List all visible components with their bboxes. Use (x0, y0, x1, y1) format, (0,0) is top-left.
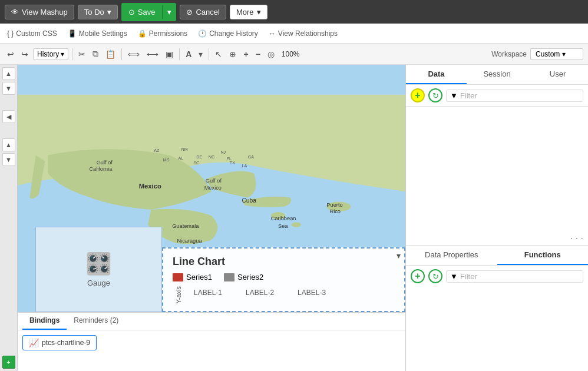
svg-text:Guatemala: Guatemala (172, 223, 199, 229)
tab-session[interactable]: Session (467, 65, 527, 84)
svg-text:Mexico: Mexico (139, 183, 161, 190)
functions-panel: Data Properties Functions + ↻ ▼ Filter (406, 245, 588, 371)
cancel-button[interactable]: ⊘ Cancel (180, 5, 226, 19)
gauge-widget[interactable]: 🎛️ Gauge (35, 227, 162, 312)
paste-button[interactable]: 📋 (103, 48, 118, 60)
svg-text:MS: MS (163, 157, 170, 163)
map-container[interactable]: Mexico Gulf of California Gulf of Mexico… (18, 65, 405, 312)
svg-text:NC: NC (209, 154, 214, 160)
move-tool[interactable]: ⊕ (227, 48, 239, 60)
view-relationships-link[interactable]: ↔ View Relationships (269, 29, 338, 38)
tab-data[interactable]: Data (406, 65, 467, 84)
bottom-tabs: Bindings Reminders (2) (18, 313, 405, 330)
sidebar-arrow-up[interactable]: ▲ (2, 67, 15, 80)
svg-text:Gulf of: Gulf of (206, 178, 222, 184)
change-history-link[interactable]: 🕐 Change History (198, 29, 258, 38)
refresh-function-button[interactable]: ↻ (428, 269, 442, 283)
view-relationships-label: View Relationships (278, 29, 338, 38)
save-button[interactable]: ⊙ Save ▾ (121, 3, 177, 21)
save-arrow[interactable]: ▾ (163, 5, 176, 19)
save-label: Save (138, 8, 156, 16)
functions-filter-area[interactable]: ▼ Filter (446, 270, 583, 283)
add-function-button[interactable]: + (411, 269, 425, 283)
svg-text:LA: LA (242, 163, 247, 168)
cursor-tool[interactable]: ↖ (213, 48, 224, 60)
bottom-content: 📈 ptcs-chartline-9 (18, 330, 405, 355)
tab-user-label: User (550, 69, 566, 78)
redo-button[interactable]: ↪ (19, 48, 31, 60)
tab-user[interactable]: User (527, 65, 588, 84)
mobile-settings-link[interactable]: 📱 Mobile Settings (68, 29, 127, 38)
sidebar-arrow-down[interactable]: ▼ (2, 82, 15, 95)
custom-css-link[interactable]: { } Custom CSS (7, 29, 57, 38)
align-v-button[interactable]: ⟷ (144, 48, 161, 60)
data-tabs: Data Session User (406, 65, 588, 85)
separator-4 (209, 48, 209, 60)
sidebar-arrow-down2[interactable]: ▼ (2, 153, 15, 166)
todo-button[interactable]: To Do ▾ (78, 5, 118, 19)
data-toolbar: + ↻ ▼ Filter (406, 85, 588, 106)
sidebar-plus-btn[interactable]: + (2, 356, 15, 369)
add-data-button[interactable]: + (411, 88, 425, 102)
more-button[interactable]: More ▾ (230, 5, 267, 19)
cut-button[interactable]: ✂ (76, 48, 88, 60)
functions-filter-icon: ▼ (450, 272, 458, 281)
group-button[interactable]: ▣ (163, 48, 176, 60)
workspace-label: Workspace (491, 50, 527, 58)
align-h-button[interactable]: ⟺ (125, 48, 142, 60)
chart-body: Y-axis LABEL-1 LABEL-2 LABEL-3 (173, 286, 395, 304)
svg-text:AL: AL (178, 155, 183, 161)
widget-menu-btn[interactable]: ▾ (394, 250, 403, 261)
line-chart-widget[interactable]: ▾ Line Chart Series1 Series2 Y-axis (162, 247, 405, 312)
text-button[interactable]: A (183, 48, 194, 60)
series2-label: Series2 (237, 273, 263, 281)
workspace-select[interactable]: Custom ▾ (530, 48, 583, 60)
gauge-label: Gauge (87, 279, 110, 287)
sidebar-expand-btn[interactable]: ◀ (2, 110, 15, 123)
svg-text:NM: NM (181, 147, 188, 152)
dots-menu[interactable]: · · · (406, 232, 588, 245)
series1-color-swatch (173, 273, 183, 281)
todo-chevron-icon: ▾ (107, 8, 111, 16)
right-panel: Data Session User + ↻ ▼ Filter · · (405, 65, 588, 371)
svg-text:SC: SC (193, 160, 199, 165)
more-label: More (236, 8, 254, 16)
data-filter-area[interactable]: ▼ Filter (446, 90, 583, 102)
target-button[interactable]: ◎ (265, 48, 277, 60)
more-editor-button[interactable]: ▾ (196, 48, 205, 60)
tab-reminders[interactable]: Reminders (2) (67, 313, 125, 330)
undo-button[interactable]: ↩ (5, 48, 16, 60)
save-main[interactable]: ⊙ Save (121, 5, 163, 19)
permissions-label: Permissions (149, 29, 187, 38)
label-2: LABEL-2 (246, 289, 274, 297)
main-layout: ▲ ▼ ◀ ▲ ▼ + (0, 65, 588, 371)
binding-chip[interactable]: 📈 ptcs-chartline-9 (22, 335, 97, 350)
history-button[interactable]: History ▾ (33, 48, 68, 60)
editor-toolbar: ↩ ↪ History ▾ ✂ ⧉ 📋 ⟺ ⟷ ▣ A ▾ ↖ ⊕ + − ◎ … (0, 44, 588, 65)
canvas-area: Mexico Gulf of California Gulf of Mexico… (18, 65, 405, 371)
tab-bindings[interactable]: Bindings (22, 313, 67, 330)
svg-text:NJ: NJ (220, 150, 226, 155)
permissions-link[interactable]: 🔒 Permissions (138, 29, 187, 38)
tab-functions[interactable]: Functions (497, 246, 589, 265)
view-mashup-button[interactable]: 👁 View Mashup (5, 5, 74, 19)
legend-series2: Series2 (224, 273, 263, 281)
tab-data-properties[interactable]: Data Properties (406, 246, 497, 265)
svg-text:GA: GA (248, 154, 255, 160)
svg-text:Gulf of: Gulf of (97, 160, 113, 165)
label-3: LABEL-3 (298, 289, 326, 297)
save-chevron-icon: ▾ (167, 8, 171, 16)
second-toolbar: { } Custom CSS 📱 Mobile Settings 🔒 Permi… (0, 24, 588, 44)
functions-tabs: Data Properties Functions (406, 246, 588, 266)
separator-2 (121, 48, 122, 60)
change-history-label: Change History (209, 29, 258, 38)
copy-button[interactable]: ⧉ (90, 48, 101, 60)
legend-series1: Series1 (173, 273, 212, 281)
zoom-in-button[interactable]: + (241, 48, 250, 60)
sidebar-arrow-up2[interactable]: ▲ (2, 138, 15, 151)
gauge-icon: 🎛️ (85, 251, 112, 276)
workspace-chevron-icon: ▾ (562, 50, 566, 58)
refresh-data-button[interactable]: ↻ (428, 88, 442, 102)
zoom-out-button[interactable]: − (253, 48, 263, 60)
svg-text:FL: FL (227, 156, 232, 161)
